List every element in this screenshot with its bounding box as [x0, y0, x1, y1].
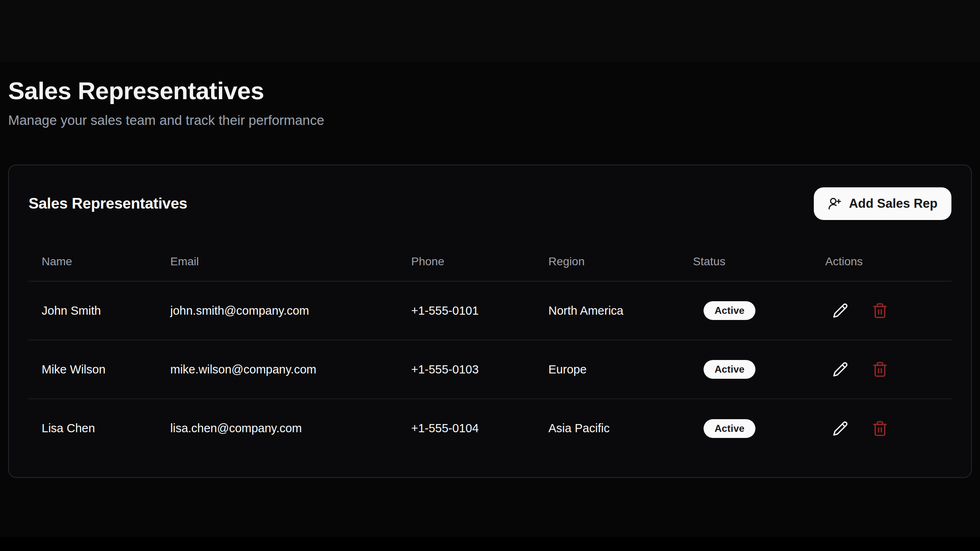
rep-actions-cell: [812, 340, 951, 399]
rep-phone: +1-555-0101: [398, 281, 535, 340]
table-row: Lisa Chenlisa.chen@company.com+1-555-010…: [29, 399, 951, 458]
pencil-icon: [833, 303, 848, 318]
status-badge: Active: [704, 419, 755, 438]
rep-actions-cell: [812, 399, 951, 458]
delete-button[interactable]: [872, 361, 888, 378]
rep-name: John Smith: [29, 281, 157, 340]
column-header-actions: Actions: [812, 242, 951, 281]
actions-group: [833, 420, 938, 437]
bottom-band: [0, 537, 980, 551]
page-subtitle: Manage your sales team and track their p…: [8, 111, 972, 129]
add-sales-rep-button[interactable]: Add Sales Rep: [814, 187, 951, 220]
rep-email: mike.wilson@company.com: [157, 340, 398, 399]
actions-group: [833, 302, 938, 319]
table-wrap: NameEmailPhoneRegionStatusActions John S…: [9, 242, 971, 477]
rep-phone: +1-555-0103: [398, 340, 535, 399]
add-sales-rep-label: Add Sales Rep: [849, 196, 938, 211]
column-header-region: Region: [535, 242, 680, 281]
column-header-email: Email: [157, 242, 398, 281]
sales-representatives-page: Sales Representatives Manage your sales …: [0, 0, 980, 551]
user-plus-icon: [828, 197, 842, 211]
rep-status-cell: Active: [680, 399, 812, 458]
sales-reps-table: NameEmailPhoneRegionStatusActions John S…: [29, 242, 951, 458]
status-badge: Active: [704, 360, 755, 379]
table-body: John Smithjohn.smith@company.com+1-555-0…: [29, 281, 951, 458]
delete-button[interactable]: [872, 420, 888, 437]
rep-region: Europe: [535, 340, 680, 399]
column-header-name: Name: [29, 242, 157, 281]
rep-region: North America: [535, 281, 680, 340]
column-header-status: Status: [680, 242, 812, 281]
edit-button[interactable]: [833, 362, 848, 377]
table-row: Mike Wilsonmike.wilson@company.com+1-555…: [29, 340, 951, 399]
rep-actions-cell: [812, 281, 951, 340]
delete-button[interactable]: [872, 302, 888, 319]
table-header-row: NameEmailPhoneRegionStatusActions: [29, 242, 951, 281]
rep-email: lisa.chen@company.com: [157, 399, 398, 458]
status-badge: Active: [704, 301, 755, 320]
rep-status-cell: Active: [680, 281, 812, 340]
pencil-icon: [833, 421, 848, 436]
trash-icon: [872, 302, 888, 319]
rep-status-cell: Active: [680, 340, 812, 399]
actions-group: [833, 361, 938, 378]
pencil-icon: [833, 362, 848, 377]
edit-button[interactable]: [833, 421, 848, 436]
edit-button[interactable]: [833, 303, 848, 318]
rep-region: Asia Pacific: [535, 399, 680, 458]
table-row: John Smithjohn.smith@company.com+1-555-0…: [29, 281, 951, 340]
page-title: Sales Representatives: [8, 0, 972, 105]
rep-email: john.smith@company.com: [157, 281, 398, 340]
card-title: Sales Representatives: [29, 195, 187, 212]
trash-icon: [872, 361, 888, 378]
rep-name: Lisa Chen: [29, 399, 157, 458]
column-header-phone: Phone: [398, 242, 535, 281]
trash-icon: [872, 420, 888, 437]
page-content: Sales Representatives Manage your sales …: [0, 0, 980, 478]
sales-reps-card: Sales Representatives Add Sales Rep: [8, 164, 972, 478]
rep-phone: +1-555-0104: [398, 399, 535, 458]
rep-name: Mike Wilson: [29, 340, 157, 399]
card-header: Sales Representatives Add Sales Rep: [9, 165, 971, 242]
